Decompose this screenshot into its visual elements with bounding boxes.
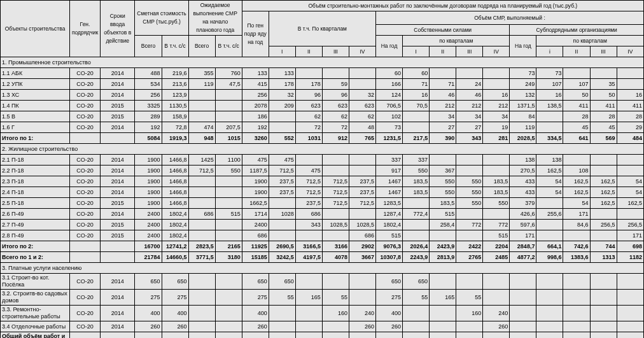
table-row: 1. Промышленное строительство — [1, 57, 644, 68]
table-row: 2.1 П-18СО-20201419001466,81425110047547… — [1, 155, 644, 165]
table-row: 1.4 ПКСО-20201533251130,5207820962362362… — [1, 101, 644, 111]
table-row: 1.3 ХССО-202014256123,925632969632124164… — [1, 90, 644, 101]
table-row: 1.2 УПКСО-202014534213,611947,5415178178… — [1, 79, 644, 90]
table-row: Общий объём работ и услуг2336916245,5377… — [1, 332, 644, 339]
table-row: Всего по 1 и 2:2178414660,53771,53180151… — [1, 252, 644, 263]
table-row: 3.4 Отделочные работыСО-2020142602602602… — [1, 321, 644, 332]
table-row: 3.3. Ремонтно-строительные работыСО-2020… — [1, 306, 644, 321]
table-row: 2.4 П-18СО-20201419001466,81900237,5712,… — [1, 187, 644, 198]
table-row: 2.3 П-18СО-20201419001466,81900237,5712,… — [1, 176, 644, 187]
table-row: 2. Жилищное строительство — [1, 144, 644, 155]
table-row: 2.2 П-18СО-20201419001466,8712,55501187,… — [1, 165, 644, 176]
table-row: Итого по 1:50841919,39481015326055210319… — [1, 133, 644, 144]
table-row: Итого по 2:1670012741,22823,521651192526… — [1, 241, 644, 252]
table-row: 2.5 П-18СО-20201519001466,81662,5237,571… — [1, 198, 644, 209]
construction-table: Объекты строительстваГен. подрядчикСроки… — [0, 0, 644, 338]
table-row: 2.8 П-49СО-20201524001802,46866865155151… — [1, 230, 644, 241]
table-row: 1.5 ВСО-202015289158,9186626262102343434… — [1, 111, 644, 122]
table-row: 3. Платные услуги населению — [1, 263, 644, 274]
table-row: 1.1 АБКСО-202014488219,63557601331336060… — [1, 68, 644, 79]
table-row: 3.2. Строитв-во садовых домовСО-20201427… — [1, 290, 644, 306]
table-row: 2.7 П-49СО-20201524001802,424003431028,5… — [1, 220, 644, 230]
table-row: 1.6 ГСО-20201419272,8474207,519272724873… — [1, 122, 644, 133]
table-row: 2.6 П-49СО-20201424001802,46865151714102… — [1, 209, 644, 220]
table-row: 3.1 Строит-во кот. ПосёлкаСО-20201465065… — [1, 274, 644, 290]
